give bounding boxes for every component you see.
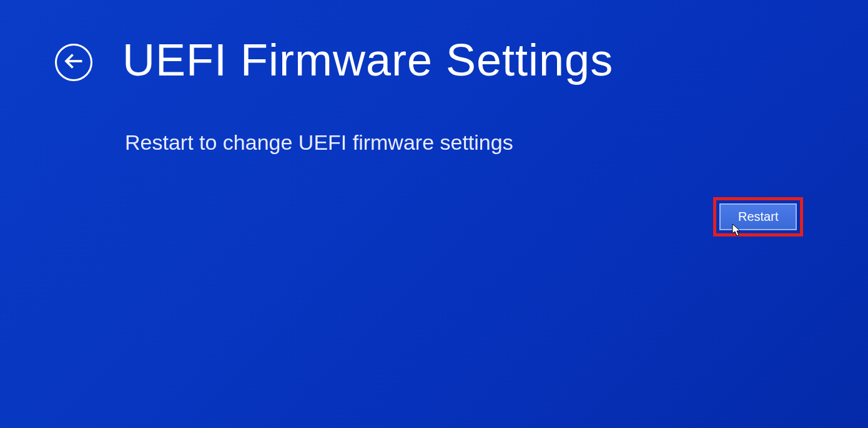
restart-button[interactable]: Restart	[719, 203, 797, 230]
button-container: Restart	[713, 197, 803, 236]
arrow-left-icon	[62, 50, 85, 75]
page-header: UEFI Firmware Settings	[0, 0, 868, 85]
description-text: Restart to change UEFI firmware settings	[0, 85, 868, 155]
highlight-box: Restart	[713, 197, 803, 236]
page-title: UEFI Firmware Settings	[122, 34, 613, 85]
back-button[interactable]	[55, 44, 92, 81]
